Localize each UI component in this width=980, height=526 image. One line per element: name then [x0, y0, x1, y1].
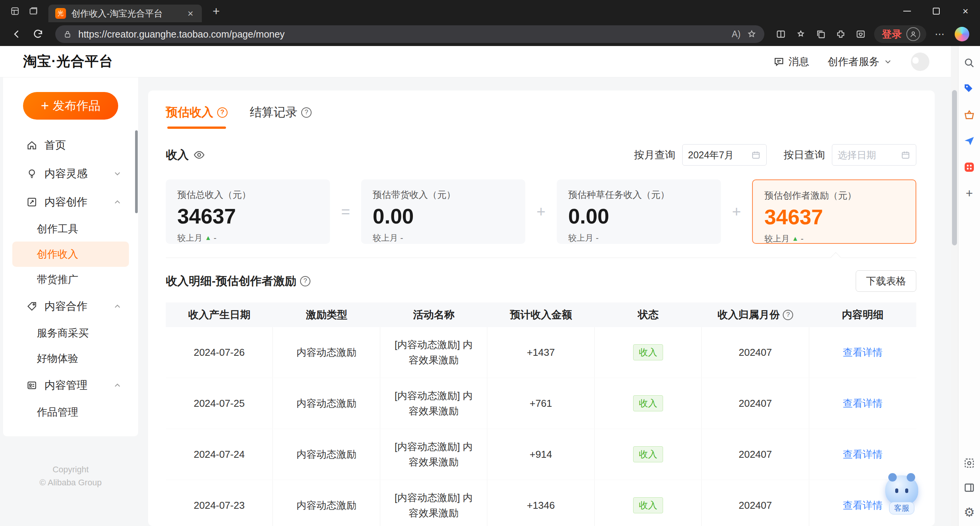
table-body: 2024-07-26 内容动态激励 [内容动态激励] 内容效果激励 +1437 … — [166, 327, 916, 526]
scrollbar-thumb[interactable] — [952, 90, 957, 245]
browser-tab[interactable]: 光 创作收入-淘宝光合平台 × — [48, 5, 202, 22]
message-bubble-icon — [773, 56, 785, 67]
cell-date: 2024-07-26 — [166, 327, 273, 378]
add-icon[interactable]: + — [962, 186, 976, 200]
sidebar-item-creation-tools[interactable]: 创作工具 — [12, 216, 129, 242]
compose-icon — [26, 196, 38, 208]
sidebar-item-management[interactable]: 内容管理 — [12, 371, 129, 399]
up-arrow-icon: ▲ — [205, 234, 211, 242]
copilot-icon[interactable] — [955, 27, 969, 41]
settings-gear-icon[interactable]: ⚙ — [962, 505, 976, 519]
favorite-star-icon[interactable] — [747, 29, 757, 39]
cell-amount: +914 — [487, 429, 594, 480]
back-button[interactable] — [7, 25, 26, 44]
publish-label: 发布作品 — [53, 98, 101, 114]
view-details-link[interactable]: 查看详情 — [843, 498, 883, 513]
month-query-label: 按月查询 — [634, 148, 675, 162]
workspaces-icon[interactable] — [10, 6, 20, 16]
send-plane-icon[interactable] — [962, 134, 976, 148]
copyright: Copyright © Alibaba Group — [3, 463, 138, 489]
plus-operator: + — [721, 203, 752, 220]
col-status: 状态 — [595, 308, 702, 322]
cell-activity: [内容动态激励] 内容效果激励 — [380, 327, 487, 378]
day-picker-input[interactable] — [838, 150, 901, 161]
refresh-button[interactable] — [28, 25, 48, 44]
window-close-button[interactable]: × — [951, 0, 980, 22]
messages-button[interactable]: 消息 — [773, 55, 809, 69]
help-icon[interactable]: ? — [217, 107, 228, 118]
cell-date: 2024-07-23 — [166, 480, 273, 526]
sidebar-item-good-experience[interactable]: 好物体验 — [12, 346, 129, 371]
help-icon[interactable]: ? — [783, 310, 793, 320]
stat-card-creator-incentive[interactable]: 预估创作者激励（元） 34637 较上月 ▲ - — [752, 179, 916, 244]
sidebar-item-service-purchase[interactable]: 服务商采买 — [12, 321, 129, 346]
window-minimize-button[interactable] — [893, 0, 922, 22]
more-menu-icon[interactable]: ⋯ — [931, 25, 949, 43]
site-info-lock-icon[interactable] — [63, 30, 72, 39]
customer-service-button[interactable]: 客服 — [883, 475, 921, 514]
month-picker-input[interactable] — [688, 150, 751, 161]
stat-card-goods-income[interactable]: 预估带货收入（元） 0.00 较上月 - — [361, 179, 525, 244]
tab-settlement-record[interactable]: 结算记录 ? — [250, 104, 312, 129]
site-logo[interactable]: 淘宝·光合平台 — [23, 52, 113, 71]
calendar-icon — [751, 150, 761, 160]
sidebar-scrollbar[interactable] — [135, 130, 138, 213]
signin-button[interactable]: 登录 — [874, 25, 926, 43]
sidebar-item-creation[interactable]: 内容创作 — [12, 188, 129, 216]
sidebar-item-creation-income[interactable]: 创作收入 — [12, 242, 129, 267]
store-basket-icon[interactable] — [962, 108, 976, 122]
favorites-bar-icon[interactable] — [792, 25, 810, 43]
sidebar-item-promotion[interactable]: 带货推广 — [12, 267, 129, 292]
cell-amount: +1437 — [487, 327, 594, 378]
publish-work-button[interactable]: + 发布作品 — [23, 92, 118, 120]
address-bar[interactable]: https://creator.guanghe.taobao.com/page/… — [55, 25, 764, 43]
new-tab-button[interactable]: + — [210, 4, 223, 18]
search-icon[interactable] — [962, 56, 976, 70]
collections-icon[interactable] — [812, 25, 830, 43]
page-scrollbar[interactable] — [951, 46, 958, 526]
view-details-link[interactable]: 查看详情 — [843, 447, 883, 462]
tab-title: 创作收入-淘宝光合平台 — [71, 8, 181, 20]
apps-grid-icon[interactable] — [962, 160, 976, 174]
help-icon[interactable]: ? — [300, 276, 310, 286]
cell-action: 查看详情 — [809, 429, 916, 480]
read-aloud-icon[interactable]: A) — [732, 29, 741, 39]
tab-estimated-income[interactable]: 预估收入 ? — [166, 104, 228, 129]
customer-service-label: 客服 — [889, 502, 914, 514]
stat-card-total-income[interactable]: 预估总收入（元） 34637 较上月 ▲ - — [166, 179, 330, 244]
split-screen-icon[interactable] — [772, 25, 790, 43]
chevron-up-icon — [113, 381, 122, 390]
tab-actions-icon[interactable] — [28, 6, 38, 16]
edge-sidebar: + ⚙ — [958, 46, 980, 526]
cell-type: 内容动态激励 — [273, 480, 380, 526]
sidebar-toggle-icon[interactable] — [962, 481, 976, 495]
income-table: 收入产生日期 激励类型 活动名称 预计收入金额 状态 收入归属月份 ? 内容明细 — [166, 302, 916, 526]
view-details-link[interactable]: 查看详情 — [843, 396, 883, 411]
month-picker[interactable] — [682, 144, 767, 166]
url-text[interactable]: https://creator.guanghe.taobao.com/page/… — [78, 29, 726, 40]
window-maximize-button[interactable] — [922, 0, 951, 22]
creator-service-dropdown[interactable]: 创作者服务 — [828, 55, 893, 69]
sidebar-item-inspiration[interactable]: 内容灵感 — [12, 159, 129, 188]
download-table-button[interactable]: 下载表格 — [856, 270, 916, 292]
day-picker[interactable] — [832, 144, 916, 166]
extensions-icon[interactable] — [832, 25, 850, 43]
qq-avatar[interactable] — [911, 53, 929, 71]
browser-essentials-icon[interactable] — [852, 25, 869, 43]
section-divider — [166, 258, 916, 258]
view-details-link[interactable]: 查看详情 — [843, 345, 883, 360]
sidebar-item-cooperation[interactable]: 内容合作 — [12, 292, 129, 321]
shopping-tag-icon[interactable] — [962, 82, 976, 96]
sidebar-item-works-management[interactable]: 作品管理 — [12, 399, 129, 425]
cell-status: 收入 — [595, 327, 702, 378]
sidebar-item-home[interactable]: 首页 — [12, 131, 129, 159]
status-badge: 收入 — [633, 395, 663, 411]
equals-operator: = — [330, 203, 361, 220]
eye-icon[interactable] — [193, 149, 205, 161]
help-icon[interactable]: ? — [301, 107, 312, 118]
cell-month: 202407 — [702, 480, 809, 526]
stat-card-task-income[interactable]: 预估种草任务收入（元） 0.00 较上月 - — [557, 179, 721, 244]
tab-close-icon[interactable]: × — [186, 8, 195, 18]
table-row: 2024-07-26 内容动态激励 [内容动态激励] 内容效果激励 +1437 … — [166, 327, 916, 378]
web-capture-icon[interactable] — [962, 456, 976, 470]
